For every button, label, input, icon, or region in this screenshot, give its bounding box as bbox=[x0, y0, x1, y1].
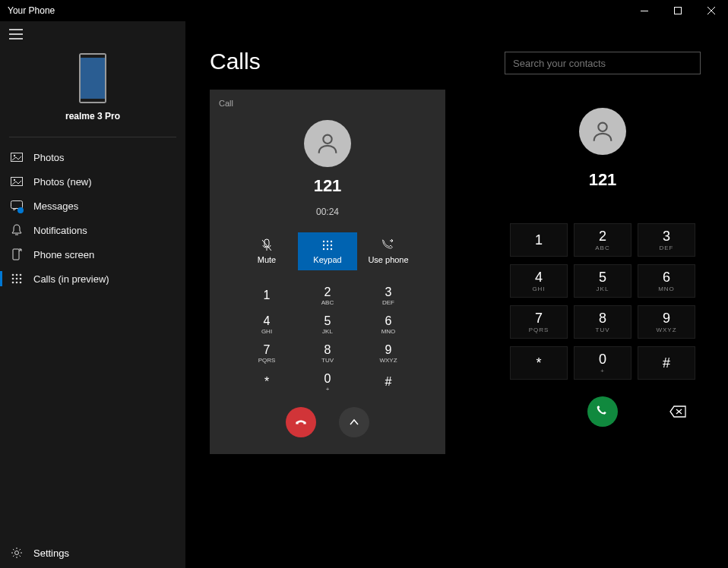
key-sub: GHI bbox=[532, 286, 545, 292]
key-sub: TUV bbox=[321, 358, 334, 364]
svg-point-21 bbox=[16, 282, 18, 284]
svg-point-34 bbox=[327, 248, 328, 250]
keypad-key-6[interactable]: 6MNO bbox=[358, 310, 419, 339]
key-digit: 7 bbox=[264, 343, 271, 357]
keypad-key-5[interactable]: 5JKL bbox=[297, 310, 358, 339]
key-digit: 9 bbox=[663, 311, 670, 325]
keypad-key-2[interactable]: 2ABC bbox=[297, 281, 358, 310]
svg-point-15 bbox=[16, 274, 18, 276]
svg-point-32 bbox=[331, 245, 332, 246]
call-timer: 00:24 bbox=[210, 207, 445, 217]
search-contacts-input[interactable] bbox=[505, 52, 701, 74]
key-digit: 9 bbox=[385, 343, 392, 357]
phone-screen-icon bbox=[11, 248, 23, 260]
sidebar-item-phone-screen[interactable]: Phone screen bbox=[0, 242, 185, 267]
svg-point-8 bbox=[14, 155, 15, 156]
dialer-panel: 121 12ABC3DEF4GHI5JKL6MNO7PQRS8TUV9WXYZ*… bbox=[477, 21, 728, 568]
image-icon bbox=[11, 175, 23, 188]
svg-point-23 bbox=[15, 551, 19, 555]
device-icon bbox=[79, 53, 106, 103]
key-sub: + bbox=[600, 368, 605, 374]
minimize-button[interactable] bbox=[628, 0, 661, 21]
keypad-key-#[interactable]: # bbox=[358, 368, 419, 396]
call-panel-label: Call bbox=[210, 99, 445, 108]
window-title: Your Phone bbox=[8, 5, 55, 16]
keypad-key-9[interactable]: 9WXYZ bbox=[358, 339, 419, 368]
use-phone-button[interactable]: Use phone bbox=[359, 232, 418, 270]
key-digit: # bbox=[663, 356, 670, 370]
sidebar-item-calls[interactable]: Calls (in preview) bbox=[0, 267, 185, 291]
svg-point-27 bbox=[323, 241, 324, 242]
svg-point-28 bbox=[327, 241, 328, 242]
key-sub: ABC bbox=[595, 245, 609, 251]
key-sub: WXYZ bbox=[656, 327, 676, 333]
key-sub: GHI bbox=[261, 329, 272, 335]
key-sub: PQRS bbox=[258, 358, 276, 364]
sidebar-item-photos-new[interactable]: Photos (new) bbox=[0, 169, 185, 194]
mute-icon bbox=[261, 238, 273, 252]
key-digit: 2 bbox=[599, 229, 606, 243]
device-name: realme 3 Pro bbox=[0, 111, 185, 121]
key-sub: DEF bbox=[382, 300, 394, 306]
keypad-key-8[interactable]: 8TUV bbox=[297, 339, 358, 368]
key-digit: 0 bbox=[324, 372, 331, 386]
keypad-key-#[interactable]: # bbox=[638, 346, 695, 380]
page-title: Calls bbox=[210, 49, 477, 74]
keypad-key-1[interactable]: 1 bbox=[236, 281, 297, 310]
close-button[interactable] bbox=[695, 0, 728, 21]
keypad-key-3[interactable]: 3DEF bbox=[638, 223, 695, 257]
keypad-key-0[interactable]: 0+ bbox=[297, 368, 358, 396]
svg-point-29 bbox=[331, 241, 332, 242]
key-digit: 5 bbox=[599, 270, 606, 284]
key-digit: 3 bbox=[663, 229, 670, 243]
svg-point-10 bbox=[14, 179, 15, 181]
keypad-key-3[interactable]: 3DEF bbox=[358, 281, 419, 310]
svg-point-24 bbox=[323, 135, 331, 144]
keypad-key-4[interactable]: 4GHI bbox=[510, 264, 568, 298]
key-sub: ABC bbox=[321, 300, 334, 306]
svg-point-17 bbox=[12, 278, 14, 280]
sidebar-item-photos[interactable]: Photos bbox=[0, 145, 185, 169]
sidebar-item-label: Phone screen bbox=[33, 249, 94, 260]
keypad-key-8[interactable]: 8TUV bbox=[574, 305, 631, 339]
keypad-key-2[interactable]: 2ABC bbox=[574, 223, 631, 257]
keypad-key-9[interactable]: 9WXYZ bbox=[638, 305, 695, 339]
keypad-key-7[interactable]: 7PQRS bbox=[236, 339, 297, 368]
key-digit: # bbox=[385, 375, 392, 389]
svg-point-31 bbox=[327, 245, 328, 246]
keypad-key-*[interactable]: * bbox=[510, 346, 568, 380]
sidebar-item-messages[interactable]: Messages bbox=[0, 194, 185, 218]
svg-point-33 bbox=[323, 248, 324, 250]
key-digit: 6 bbox=[663, 270, 670, 284]
hamburger-button[interactable] bbox=[0, 21, 185, 50]
keypad-key-0[interactable]: 0+ bbox=[574, 346, 631, 380]
key-digit: 0 bbox=[599, 352, 606, 366]
image-icon bbox=[11, 151, 23, 163]
dial-button[interactable] bbox=[587, 396, 618, 427]
mute-label: Mute bbox=[258, 255, 276, 264]
keypad-key-*[interactable]: * bbox=[236, 368, 297, 396]
keypad-key-1[interactable]: 1 bbox=[510, 223, 568, 257]
key-digit: 8 bbox=[599, 311, 606, 325]
key-sub: PQRS bbox=[529, 327, 549, 333]
keypad-key-6[interactable]: 6MNO bbox=[638, 264, 695, 298]
collapse-button[interactable] bbox=[339, 407, 369, 437]
backspace-button[interactable] bbox=[669, 402, 687, 421]
keypad-key-7[interactable]: 7PQRS bbox=[510, 305, 568, 339]
dialpad-icon bbox=[11, 273, 23, 285]
mute-button[interactable]: Mute bbox=[237, 232, 296, 270]
key-sub: DEF bbox=[660, 245, 674, 251]
settings-button[interactable]: Settings bbox=[0, 538, 185, 568]
search-input[interactable] bbox=[513, 58, 692, 69]
hangup-button[interactable] bbox=[286, 407, 316, 437]
svg-rect-13 bbox=[13, 249, 19, 260]
dialer-avatar bbox=[579, 108, 626, 155]
key-sub: MNO bbox=[381, 329, 396, 335]
sidebar-item-label: Photos (new) bbox=[33, 176, 92, 188]
keypad-key-5[interactable]: 5JKL bbox=[574, 264, 631, 298]
keypad-key-4[interactable]: 4GHI bbox=[236, 310, 297, 339]
maximize-button[interactable] bbox=[661, 0, 695, 21]
sidebar-item-notifications[interactable]: Notifications bbox=[0, 218, 185, 242]
key-sub: TUV bbox=[596, 327, 610, 333]
keypad-button[interactable]: Keypad bbox=[298, 232, 357, 270]
